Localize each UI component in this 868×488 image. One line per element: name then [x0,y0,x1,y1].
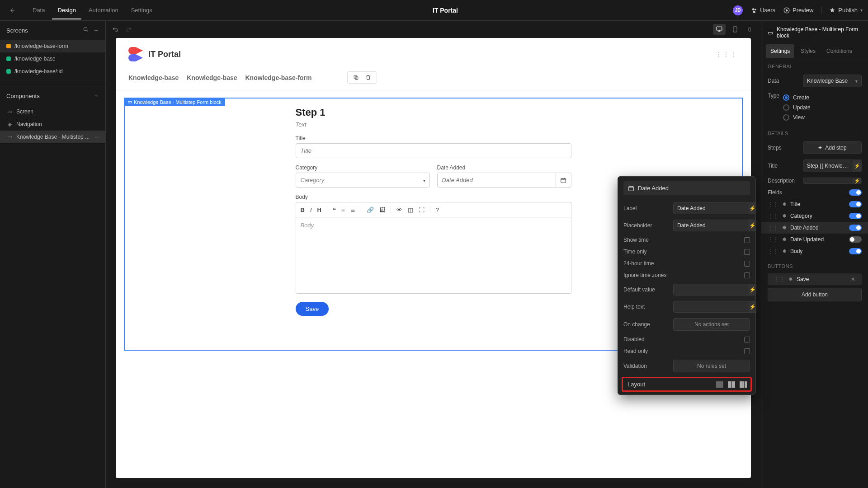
split-icon[interactable]: ◫ [408,206,413,213]
component-navigation[interactable]: ◈ Navigation [0,118,105,131]
back-button[interactable] [5,3,20,18]
type-radio-view[interactable]: View [783,113,862,122]
component-screen[interactable]: ▭ Screen [0,105,105,118]
gear-icon[interactable]: ✸ [782,225,787,231]
ol-icon[interactable]: ≣ [350,206,355,213]
drag-icon[interactable]: ⋮⋮ [768,236,778,243]
calendar-icon[interactable] [556,173,571,188]
preview-button[interactable]: Preview [783,7,813,14]
duplicate-icon[interactable] [351,75,361,80]
bolt-icon[interactable]: ⚡ [749,202,756,214]
pop-label-input[interactable] [673,202,749,214]
redo-button[interactable] [125,26,132,33]
screen-knowledge-base-id[interactable]: /knowledge-base/:id [0,65,105,78]
field-item-date-updated[interactable]: ⋮⋮ ✸ Date Updated [761,234,868,245]
rp-tab-conditions[interactable]: Conditions [822,44,857,58]
add-button[interactable]: Add button [768,288,862,301]
breadcrumb-item[interactable]: Knowledge-base [187,74,237,81]
bold-icon[interactable]: B [301,206,305,213]
screen-knowledge-base[interactable]: /knowledge-base [0,52,105,65]
image-icon[interactable]: 🖼 [379,206,385,213]
device-desktop[interactable] [713,24,726,35]
pop-placeholder-input[interactable] [673,220,749,231]
heading-icon[interactable]: H [317,206,321,213]
field-item-title[interactable]: ⋮⋮ ✸ Title [761,198,868,210]
italic-icon[interactable]: I [310,206,312,213]
desc-setting-input[interactable] [803,178,853,184]
button-item-save[interactable]: ⋮⋮ ✸ Save ✕ [768,273,862,285]
breadcrumb-item[interactable]: Knowledge-base [128,74,179,81]
field-item-category[interactable]: ⋮⋮ ✸ Category [761,210,868,222]
close-icon[interactable]: ✕ [851,276,855,282]
drag-icon[interactable]: ⋮⋮ [768,248,778,254]
avatar[interactable]: JD [733,5,743,15]
drag-icon[interactable]: ⋮⋮ [774,276,785,282]
drag-icon[interactable]: ⋮⋮ [768,213,778,219]
ignore-tz-checkbox[interactable] [744,272,750,278]
bolt-icon[interactable]: ⚡ [749,301,756,313]
more-icon[interactable]: ··· [94,134,99,140]
bolt-icon[interactable]: ⚡ [749,220,756,231]
gear-icon[interactable]: ✸ [782,201,787,207]
device-mobile[interactable] [745,24,755,35]
disabled-checkbox[interactable] [744,337,750,343]
pop-onchange-button[interactable]: No actions set [673,318,750,331]
gear-icon[interactable]: ✸ [782,248,787,254]
save-button[interactable]: Save [296,302,329,316]
gear-icon[interactable]: ✸ [788,276,793,282]
screen-knowledge-base-form[interactable]: /knowledge-base-form [0,40,105,52]
drag-icon[interactable]: ⋮⋮ [768,225,778,231]
drag-handle-icon[interactable]: ⋮⋮⋮ [715,51,738,58]
body-input[interactable]: Body [296,217,571,294]
search-icon[interactable] [83,26,89,34]
pop-default-input[interactable] [673,284,749,296]
bolt-icon[interactable]: ⚡ [853,178,862,184]
gear-icon[interactable]: ✸ [782,236,787,243]
date-added-input[interactable] [437,173,556,188]
drag-icon[interactable]: ⋮⋮ [768,201,778,207]
field-toggle[interactable] [849,213,862,219]
title-input[interactable] [296,143,571,158]
tab-settings[interactable]: Settings [126,1,158,19]
ul-icon[interactable]: ≡ [341,206,345,213]
type-radio-update[interactable]: Update [783,103,862,113]
add-step-button[interactable]: ✦Add step [803,141,862,154]
rp-tab-settings[interactable]: Settings [766,44,794,58]
add-component-icon[interactable]: ＋ [93,92,99,100]
category-select[interactable]: Category [296,173,430,188]
bolt-icon[interactable]: ⚡ [749,284,756,296]
show-time-checkbox[interactable] [744,237,750,243]
readonly-checkbox[interactable] [744,348,750,354]
field-toggle[interactable] [849,236,862,243]
time-only-checkbox[interactable] [744,249,750,255]
component-multistep-form[interactable]: ▭ Knowledge Base - Multistep ... ··· [0,131,105,143]
publish-button[interactable]: Publish ▾ [821,7,863,14]
collapse-icon[interactable]: — [857,131,862,136]
gear-icon[interactable]: ✸ [782,213,787,219]
preview-icon[interactable]: 👁 [396,206,402,213]
type-radio-create[interactable]: Create [783,93,862,103]
data-select[interactable]: Knowledge Base▾ [803,75,862,87]
pop-help-input[interactable] [673,301,749,313]
link-icon[interactable]: 🔗 [367,206,374,213]
title-setting-input[interactable]: Step {{ Knowledge … [803,160,853,172]
field-item-date-added[interactable]: ⋮⋮ ✸ Date Added [761,222,868,234]
fields-master-toggle[interactable] [849,189,862,196]
layout-2col[interactable] [728,381,735,388]
fullscreen-icon[interactable]: ⛶ [419,206,425,213]
field-toggle[interactable] [849,225,862,231]
delete-icon[interactable] [363,75,373,80]
field-toggle[interactable] [849,248,862,254]
bolt-icon[interactable]: ⚡ [853,160,862,172]
undo-button[interactable] [112,26,119,33]
layout-3col[interactable] [740,381,747,388]
breadcrumb-item[interactable]: Knowledge-base-form [245,74,312,81]
hour24-checkbox[interactable] [744,261,750,267]
users-button[interactable]: Users [751,7,775,14]
device-tablet[interactable] [729,24,741,35]
layout-1col[interactable] [716,381,723,388]
add-screen-icon[interactable]: ＋ [93,26,99,34]
help-icon[interactable]: ? [436,206,439,213]
tab-data[interactable]: Data [27,1,50,19]
tab-design[interactable]: Design [52,1,81,19]
